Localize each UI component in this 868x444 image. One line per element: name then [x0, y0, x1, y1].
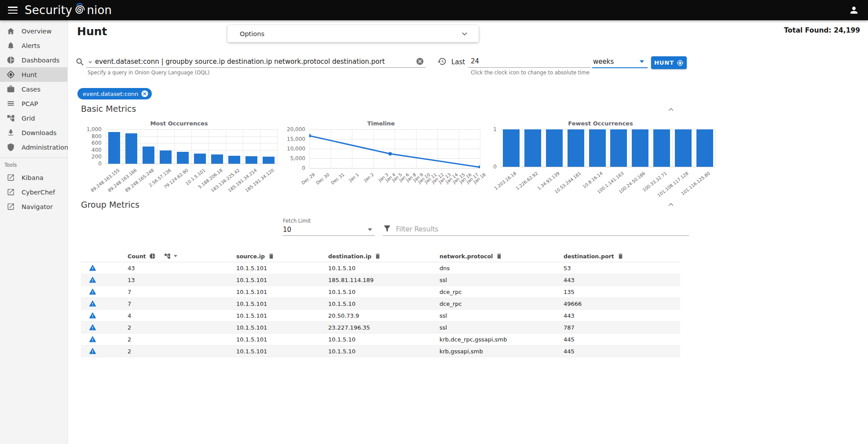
bar[interactable] — [263, 157, 275, 164]
hamburger-icon[interactable] — [8, 7, 18, 14]
cell-count[interactable]: 2 — [128, 348, 131, 355]
sidebar-tool-cyberchef[interactable]: CyberChef — [0, 185, 67, 199]
column-header-count[interactable]: Count — [128, 253, 177, 259]
cell-count[interactable]: 2 — [128, 336, 131, 343]
cell-network_protocol[interactable]: ssl — [439, 324, 447, 331]
cell-destination_port[interactable]: 445 — [564, 336, 575, 343]
warning-triangle-icon[interactable] — [89, 276, 96, 284]
cell-destination_ip[interactable]: 10.1.5.10 — [328, 301, 355, 307]
cell-destination_ip[interactable]: 10.1.5.10 — [328, 289, 355, 295]
cell-source_ip[interactable]: 10.1.5.101 — [236, 348, 267, 355]
cell-source_ip[interactable]: 10.1.5.101 — [236, 324, 267, 331]
cell-network_protocol[interactable]: krb,dce_rpc,gssapi,smb — [439, 336, 507, 343]
collapse-group-metrics-icon[interactable] — [667, 201, 675, 209]
sidebar-item-cases[interactable]: Cases — [0, 82, 67, 96]
history-clock-icon[interactable] — [437, 57, 447, 66]
bar[interactable] — [228, 156, 240, 164]
cell-count[interactable]: 7 — [128, 301, 131, 307]
cell-destination_port[interactable]: 787 — [564, 324, 575, 331]
warning-triangle-icon[interactable] — [89, 324, 96, 331]
cell-network_protocol[interactable]: ssl — [439, 312, 447, 319]
column-header-network_protocol[interactable]: network.protocol — [439, 253, 502, 259]
chevron-down-icon[interactable] — [460, 29, 469, 38]
cell-destination_ip[interactable]: 20.50.73.9 — [328, 312, 359, 319]
sidebar-item-dashboards[interactable]: Dashboards — [0, 53, 67, 67]
warning-triangle-icon[interactable] — [89, 264, 96, 272]
data-point[interactable] — [309, 134, 311, 138]
cell-source_ip[interactable]: 10.1.5.101 — [236, 289, 267, 295]
query-history-caret-icon[interactable] — [87, 59, 93, 65]
sidebar-item-overview[interactable]: Overview — [0, 24, 67, 38]
trash-icon[interactable] — [268, 253, 275, 259]
sidebar-item-pcap[interactable]: PCAP — [0, 96, 67, 111]
bar[interactable] — [211, 154, 223, 164]
cell-network_protocol[interactable]: dce_rpc — [439, 301, 462, 307]
bar[interactable] — [125, 133, 137, 164]
bar[interactable] — [653, 129, 670, 167]
cell-source_ip[interactable]: 10.1.5.101 — [236, 265, 267, 272]
column-header-destination_port[interactable]: destination.port — [564, 253, 624, 259]
cell-source_ip[interactable]: 10.1.5.101 — [236, 301, 267, 307]
cell-count[interactable]: 2 — [128, 324, 131, 331]
cell-network_protocol[interactable]: dce_rpc — [439, 289, 462, 295]
cell-destination_ip[interactable]: 10.1.5.10 — [328, 348, 355, 355]
query-input[interactable] — [95, 58, 416, 66]
trash-icon[interactable] — [496, 253, 502, 259]
cell-source_ip[interactable]: 10.1.5.101 — [236, 277, 267, 283]
cell-destination_port[interactable]: 135 — [564, 289, 575, 295]
sidebar-item-hunt[interactable]: Hunt — [0, 67, 67, 82]
cell-destination_ip[interactable]: 23.227.196.35 — [328, 324, 370, 331]
bar[interactable] — [589, 129, 606, 167]
sidebar-tool-kibana[interactable]: Kibana — [0, 170, 67, 185]
sidebar-item-administration[interactable]: Administration — [0, 140, 67, 154]
sidebar-item-downloads[interactable]: Downloads — [0, 125, 67, 140]
bar[interactable] — [610, 129, 627, 167]
trash-icon[interactable] — [617, 253, 624, 259]
caret-down-icon[interactable] — [174, 255, 177, 257]
cell-count[interactable]: 7 — [128, 289, 131, 295]
cell-network_protocol[interactable]: krb,gssapi,smb — [439, 348, 483, 355]
warning-triangle-icon[interactable] — [89, 300, 96, 308]
warning-triangle-icon[interactable] — [89, 348, 96, 355]
cell-count[interactable]: 43 — [128, 265, 135, 272]
person-icon[interactable] — [849, 5, 859, 17]
bar[interactable] — [245, 156, 257, 164]
cell-network_protocol[interactable]: dns — [439, 265, 450, 272]
bar[interactable] — [632, 129, 648, 167]
trash-icon[interactable] — [374, 253, 381, 259]
cell-count[interactable]: 4 — [128, 312, 131, 319]
bar[interactable] — [108, 132, 120, 164]
bar[interactable] — [675, 129, 692, 167]
cell-destination_port[interactable]: 53 — [564, 265, 571, 272]
sidebar-item-alerts[interactable]: Alerts — [0, 38, 67, 53]
cell-source_ip[interactable]: 10.1.5.101 — [236, 312, 267, 319]
bar[interactable] — [194, 154, 206, 164]
bar[interactable] — [143, 147, 154, 164]
bar[interactable] — [503, 129, 520, 167]
cell-destination_port[interactable]: 49666 — [564, 301, 582, 307]
bar[interactable] — [546, 129, 563, 167]
cell-network_protocol[interactable]: ssl — [439, 277, 447, 283]
cell-destination_port[interactable]: 443 — [564, 312, 575, 319]
duration-input[interactable] — [468, 55, 590, 67]
column-header-destination_ip[interactable]: destination.ip — [328, 253, 381, 259]
options-expander[interactable]: Options — [227, 25, 479, 42]
bar[interactable] — [160, 150, 172, 164]
time-unit-select[interactable]: weeks — [592, 55, 648, 68]
cell-destination_port[interactable]: 445 — [564, 348, 575, 355]
group-tree-icon[interactable] — [164, 253, 171, 259]
warning-triangle-icon[interactable] — [89, 288, 96, 296]
bar[interactable] — [177, 152, 189, 164]
remove-chip-icon[interactable] — [141, 90, 149, 98]
cell-destination_ip[interactable]: 10.1.5.10 — [328, 265, 355, 272]
data-point[interactable] — [388, 152, 392, 155]
cell-destination_ip[interactable]: 10.1.5.10 — [328, 336, 355, 343]
warning-triangle-icon[interactable] — [89, 312, 96, 319]
warning-triangle-icon[interactable] — [89, 336, 96, 343]
cell-source_ip[interactable]: 10.1.5.101 — [236, 336, 267, 343]
pie-chart-icon[interactable] — [149, 253, 156, 259]
cell-count[interactable]: 13 — [128, 277, 135, 283]
fetch-limit-select[interactable]: 10 — [283, 224, 375, 236]
bar[interactable] — [524, 129, 541, 167]
cell-destination_port[interactable]: 443 — [564, 277, 575, 283]
